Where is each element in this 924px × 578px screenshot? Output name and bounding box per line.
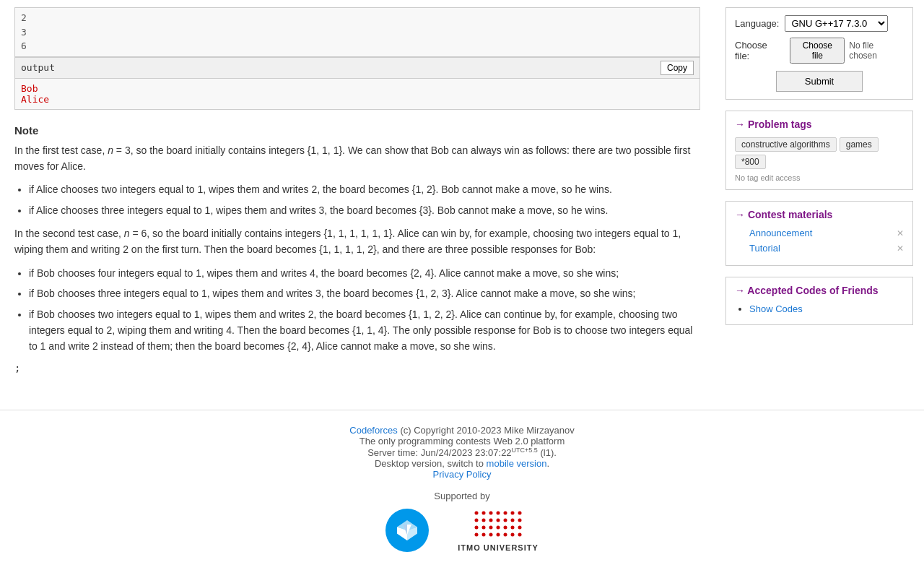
note-section: Note In the first test case, n = 3, so t… — [14, 124, 700, 374]
footer-privacy: Privacy Policy — [7, 469, 917, 480]
choose-file-button[interactable]: Choose file — [790, 38, 845, 64]
show-codes-item: Show Codes — [749, 303, 904, 314]
footer-line1: Codeforces (c) Copyright 2010-2023 Mike … — [7, 425, 917, 436]
svg-point-3 — [497, 511, 500, 514]
output-box: output Copy Bob Alice — [14, 57, 700, 110]
footer-line2: The only programming contests Web 2.0 pl… — [7, 436, 917, 447]
svg-point-21 — [475, 532, 479, 536]
svg-point-16 — [489, 525, 493, 529]
svg-point-25 — [504, 532, 507, 536]
svg-point-2 — [489, 511, 493, 514]
bob-bullet-3: if Bob chooses two integers equal to 1, … — [29, 306, 700, 355]
ton-logo — [385, 509, 429, 552]
svg-point-13 — [518, 518, 522, 522]
output-line-1: Bob — [21, 83, 694, 94]
supported-by: Supported by — [7, 491, 917, 501]
svg-point-1 — [482, 511, 486, 514]
svg-point-24 — [497, 532, 500, 536]
submit-button[interactable]: Submit — [776, 71, 863, 92]
privacy-policy-link[interactable]: Privacy Policy — [433, 469, 492, 480]
code-line-2: 3 — [21, 25, 694, 40]
tag-constructive-algorithms[interactable]: constructive algorithms — [735, 137, 837, 152]
tutorial-link[interactable]: Tutorial — [749, 243, 780, 254]
desktop-text: Desktop version, switch to — [375, 458, 484, 469]
language-row: Language: GNU G++17 7.3.0 GNU G++14 6.4.… — [735, 15, 904, 32]
tags-list: constructive algorithms games *800 — [735, 137, 904, 169]
svg-point-14 — [475, 525, 479, 529]
svg-point-5 — [511, 511, 515, 514]
note-para-2: In the second test case, n = 6, so the b… — [14, 225, 700, 258]
footer-desktop-line: Desktop version, switch to mobile versio… — [7, 458, 917, 469]
announcement-link[interactable]: Announcement — [749, 228, 812, 238]
bob-bullets: if Bob chooses four integers equal to 1,… — [29, 265, 700, 355]
svg-point-26 — [511, 532, 515, 536]
alice-bullet-2: if Alice chooses three integers equal to… — [29, 202, 700, 218]
language-label: Language: — [735, 18, 779, 29]
show-codes-link[interactable]: Show Codes — [749, 303, 803, 314]
accepted-codes-box: → Accepted Codes of Friends Show Codes — [725, 277, 913, 325]
codeforces-link[interactable]: Codeforces — [349, 425, 397, 436]
contest-materials-title: → Contest materials — [735, 209, 904, 220]
svg-point-18 — [504, 525, 507, 529]
period: . — [546, 458, 549, 469]
footer: Codeforces (c) Copyright 2010-2023 Mike … — [0, 410, 924, 566]
file-row: Choose file: Choose file No file chosen — [735, 38, 904, 64]
output-header: output Copy — [15, 58, 699, 79]
ton-logo-svg — [394, 517, 420, 543]
footer-copyright: (c) Copyright 2010-2023 Mike Mirzayanov — [400, 425, 574, 436]
output-label: output — [21, 62, 55, 73]
semicolon: ; — [14, 362, 700, 374]
footer-server-time: Server time: Jun/24/2023 23:07:22UTC+5.5… — [7, 447, 917, 458]
bob-bullet-2: if Bob chooses three integers equal to 1… — [29, 285, 700, 301]
accepted-codes-list: Show Codes — [749, 303, 904, 314]
language-select[interactable]: GNU G++17 7.3.0 GNU G++14 6.4.0 GNU G++2… — [785, 15, 888, 32]
note-para-1: In the first test case, n = 3, so the bo… — [14, 142, 700, 175]
svg-point-15 — [482, 525, 486, 529]
copy-button[interactable]: Copy — [661, 61, 694, 75]
code-line-1: 2 — [21, 11, 694, 25]
itmo-dots-svg — [473, 509, 523, 542]
svg-point-20 — [518, 525, 522, 529]
svg-point-6 — [518, 511, 522, 514]
svg-point-11 — [504, 518, 507, 522]
mobile-version-link[interactable]: mobile version — [487, 458, 547, 469]
svg-point-9 — [489, 518, 493, 522]
svg-point-19 — [511, 525, 515, 529]
code-line-3: 6 — [21, 39, 694, 53]
accepted-codes-title: → Accepted Codes of Friends — [735, 285, 904, 296]
l1-text: (l1). — [540, 447, 556, 458]
problem-tags-title: → Problem tags — [735, 118, 904, 130]
svg-point-22 — [482, 532, 486, 536]
itmo-text: ITMO UNIVERSITY — [458, 543, 539, 552]
bob-bullet-1: if Bob chooses four integers equal to 1,… — [29, 265, 700, 281]
note-title: Note — [14, 124, 700, 137]
problem-tags-box: → Problem tags constructive algorithms g… — [725, 111, 913, 190]
svg-point-10 — [497, 518, 500, 522]
svg-point-12 — [511, 518, 515, 522]
output-content: Bob Alice — [15, 79, 699, 109]
svg-point-4 — [504, 511, 507, 514]
right-panel: Language: GNU G++17 7.3.0 GNU G++14 6.4.… — [715, 0, 924, 395]
no-file-text: No file chosen — [849, 40, 904, 61]
tutorial-close-icon[interactable]: ✕ — [897, 243, 904, 254]
sponsor-logos: ITMO UNIVERSITY — [7, 509, 917, 552]
svg-point-27 — [518, 532, 522, 536]
announcement-close-icon[interactable]: ✕ — [897, 228, 904, 238]
itmo-logo: ITMO UNIVERSITY — [458, 509, 539, 552]
choose-file-label: Choose file: — [735, 40, 784, 61]
tag-games[interactable]: games — [840, 137, 879, 152]
server-time-text: Server time: Jun/24/2023 23:07:22 — [367, 447, 511, 458]
submit-box: Language: GNU G++17 7.3.0 GNU G++14 6.4.… — [725, 7, 913, 100]
supported-by-text: Supported by — [434, 491, 489, 501]
no-tag-edit: No tag edit access — [735, 173, 904, 182]
svg-point-8 — [482, 518, 486, 522]
output-line-2: Alice — [21, 94, 694, 105]
alice-bullets: if Alice chooses two integers equal to 1… — [29, 181, 700, 218]
svg-point-23 — [489, 532, 493, 536]
material-item-announcement: Announcement ✕ — [749, 228, 904, 238]
material-item-tutorial: Tutorial ✕ — [749, 243, 904, 254]
materials-list: Announcement ✕ Tutorial ✕ — [749, 228, 904, 254]
tag-800[interactable]: *800 — [735, 155, 766, 169]
alice-bullet-1: if Alice chooses two integers equal to 1… — [29, 181, 700, 197]
svg-point-0 — [475, 511, 479, 514]
